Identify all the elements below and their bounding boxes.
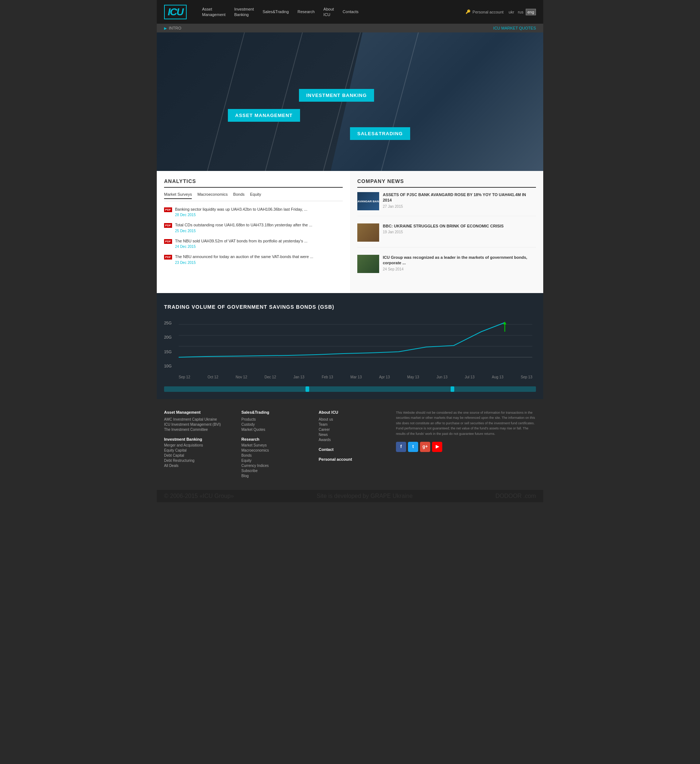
news-item-1-date: 27 Jan 2015 [383, 205, 536, 208]
footer-link-news[interactable]: News [319, 433, 388, 437]
x-mar13: Mar 13 [350, 375, 362, 379]
footer-link-subscribe[interactable]: Subscribe [241, 469, 312, 473]
news-item-1-title[interactable]: ASSETS OF PJSC BANK AVANGARD ROSE BY 18%… [383, 192, 536, 204]
x-may13: May 13 [407, 375, 419, 379]
footer-link-currency-indices[interactable]: Currency Indices [241, 463, 312, 468]
lang-eng[interactable]: eng [526, 9, 536, 15]
footer-col-2: Sales&Trading Products Custody Market Qu… [241, 410, 312, 479]
analytics-item-2-text: Total CDs outstanding rose UAH1.68bn to … [175, 222, 343, 233]
lang-rus[interactable]: rus [516, 9, 525, 15]
news-item: BBC: UKRAINE STRUGGLES ON BRINK OF ECONO… [357, 224, 536, 247]
footer-link-market-surveys[interactable]: Market Surveys [241, 443, 312, 447]
google-plus-button[interactable]: g+ [420, 442, 430, 452]
pdf-icon-2: PDF [164, 223, 172, 228]
footer-link-macroeconomics[interactable]: Macroeconomics [241, 448, 312, 452]
market-quotes-link[interactable]: ICU MARKET QUOTES [493, 26, 536, 30]
footer-link-custody[interactable]: Custody [241, 423, 312, 426]
hero-sales-trading-label[interactable]: SALES&TRADING [350, 127, 410, 140]
news-thumb-1-text: AVANGAR BAN [358, 200, 379, 203]
nav-asset-management[interactable]: AssetManagement [197, 6, 230, 17]
key-icon: 🔑 [465, 9, 471, 14]
analytics-title: ANALYTICS [164, 178, 343, 188]
tab-bonds[interactable]: Bonds [233, 192, 244, 199]
tab-market-surveys[interactable]: Market Surveys [164, 192, 192, 199]
analytics-item-4-title[interactable]: The NBU announced for today an auction o… [175, 254, 343, 260]
tab-macroeconomics[interactable]: Macroeconomics [197, 192, 227, 199]
breadcrumb-bar: ▶ INTRO ICU MARKET QUOTES [157, 24, 543, 33]
footer-link-awards[interactable]: Awards [319, 438, 388, 442]
footer-link-blog[interactable]: Blog [241, 474, 312, 478]
footer-link-products[interactable]: Products [241, 417, 312, 421]
pdf-icon-3: PDF [164, 239, 172, 244]
footer-asset-management-title: Asset Management [164, 410, 234, 415]
chart-x-labels: Sep 12 Oct 12 Nov 12 Dec 12 Jan 13 Feb 1… [179, 375, 532, 379]
news-item-2-content: BBC: UKRAINE STRUGGLES ON BRINK OF ECONO… [383, 224, 503, 242]
x-aug13: Aug 13 [492, 375, 503, 379]
footer-link-debt-restructuring[interactable]: Debt Restructuring [164, 459, 234, 463]
analytics-item-3-title[interactable]: The NBU sold UAH39.52m of VAT bonds from… [175, 238, 343, 244]
x-sep12: Sep 12 [179, 375, 190, 379]
nav-right: 🔑 Personal account ukr rus eng [465, 9, 536, 15]
nav-research[interactable]: Research [293, 9, 319, 14]
chart-title: TRADING VOLUME OF GOVERNMENT SAVINGS BON… [164, 304, 536, 310]
footer-link-about-us[interactable]: About us [319, 417, 388, 421]
y-label-20g: 20G [164, 335, 177, 339]
news-thumb-2 [357, 224, 379, 242]
pdf-icon-1: PDF [164, 207, 172, 212]
chart-section: TRADING VOLUME OF GOVERNMENT SAVINGS BON… [157, 293, 543, 399]
hero-asset-management-label[interactable]: ASSET MANAGEMENT [228, 109, 300, 122]
analytics-item-4-date: 23 Dec 2015 [175, 261, 343, 265]
nav-sales-trading[interactable]: Sales&Trading [258, 9, 293, 14]
footer-link-equity-capital[interactable]: Equity Capital [164, 448, 234, 452]
logo-text[interactable]: ICU [164, 5, 187, 19]
logo[interactable]: ICU [164, 5, 187, 19]
footer-link-amc[interactable]: AMC Investment Capital Ukraine [164, 417, 234, 421]
youtube-button[interactable]: ▶ [432, 442, 442, 452]
analytics-item-1-text: Banking sector liquidity was up UAH3.42b… [175, 207, 343, 217]
analytics-item-1-title[interactable]: Banking sector liquidity was up UAH3.42b… [175, 207, 343, 212]
disclaimer-text: This Website should not be considered as… [396, 410, 536, 436]
lang-ukr[interactable]: ukr [507, 9, 515, 15]
footer-link-bonds[interactable]: Bonds [241, 454, 312, 457]
news-thumb-1: AVANGAR BAN [357, 192, 379, 210]
footer-link-debt-capital[interactable]: Debt Capital [164, 454, 234, 457]
news-title: COMPANY NEWS [357, 178, 536, 188]
tab-equity[interactable]: Equity [250, 192, 262, 199]
footer-link-investment-committee[interactable]: The Investment Committee [164, 427, 234, 432]
personal-account[interactable]: 🔑 Personal account [465, 9, 503, 14]
footer-link-icu-investment[interactable]: ICU Investment Management (BVI) [164, 423, 234, 426]
x-sep13: Sep 13 [521, 375, 532, 379]
chart-scrollbar-left-handle[interactable] [305, 387, 309, 392]
analytics-item-2-title[interactable]: Total CDs outstanding rose UAH1.68bn to … [175, 222, 343, 228]
chart-area [179, 321, 532, 368]
footer-research-title: Research [241, 437, 312, 441]
chart-scrollbar-right-handle[interactable] [451, 387, 454, 392]
nav-contacts[interactable]: Contacts [338, 9, 363, 14]
footer-link-all-deals[interactable]: All Deals [164, 463, 234, 468]
nav-about-icu[interactable]: AboutICU [319, 6, 338, 17]
news-item-3-date: 24 Sep 2014 [383, 267, 536, 271]
footer-link-equity[interactable]: Equity [241, 459, 312, 463]
news-item-2-title[interactable]: BBC: UKRAINE STRUGGLES ON BRINK OF ECONO… [383, 224, 503, 229]
footer-link-career[interactable]: Career [319, 427, 388, 432]
analytics-item: PDF The NBU sold UAH39.52m of VAT bonds … [164, 238, 343, 249]
twitter-button[interactable]: t [408, 442, 418, 452]
analytics-item-4-text: The NBU announced for today an auction o… [175, 254, 343, 264]
hero-investment-banking-label[interactable]: INVESTMENT BANKING [299, 89, 374, 102]
news-item-1-content: ASSETS OF PJSC BANK AVANGARD ROSE BY 18%… [383, 192, 536, 210]
facebook-button[interactable]: f [396, 442, 406, 452]
news-item-3-content: ICU Group was recognized as a leader in … [383, 255, 536, 273]
x-jun13: Jun 13 [436, 375, 447, 379]
footer-link-merger[interactable]: Merger and Acquisitions [164, 443, 234, 447]
footer-copyright: © 2006-2015 «ICU Group» [164, 493, 234, 499]
y-label-10g: 10G [164, 364, 177, 368]
footer-sales-trading-title: Sales&Trading [241, 410, 312, 415]
news-item: AVANGAR BAN ASSETS OF PJSC BANK AVANGARD… [357, 192, 536, 216]
footer-link-market-quotes[interactable]: Market Quotes [241, 427, 312, 432]
footer-link-team[interactable]: Team [319, 423, 388, 426]
nav-investment-banking[interactable]: InvestmentBanking [230, 6, 258, 17]
language-switcher: ukr rus eng [507, 9, 536, 15]
analytics-item-3-date: 24 Dec 2015 [175, 244, 343, 249]
news-item-3-title[interactable]: ICU Group was recognized as a leader in … [383, 255, 536, 266]
chart-scrollbar[interactable] [164, 387, 536, 392]
